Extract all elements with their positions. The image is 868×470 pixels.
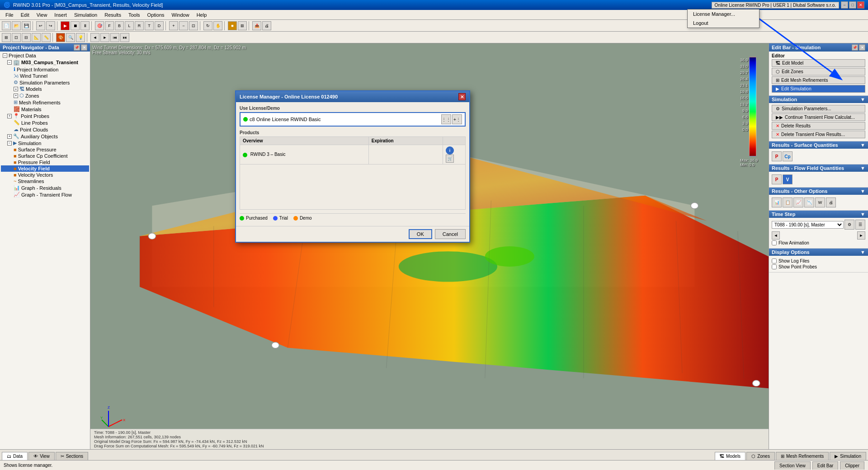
- products-col-actions: [443, 137, 466, 145]
- dialog-buttons: OK Cancel: [236, 226, 469, 242]
- demo-dot: [293, 216, 298, 221]
- license-manager-menu-item[interactable]: License Manager...: [688, 9, 759, 19]
- use-license-label: Use License/Demo: [240, 106, 466, 111]
- license-edit-btn[interactable]: ⋮⋮: [441, 114, 451, 124]
- products-section: Products Overview Expiration: [240, 130, 466, 210]
- cancel-button[interactable]: Cancel: [435, 229, 466, 239]
- dialog-title-text: License Manager - Online License 012490: [240, 94, 338, 99]
- purchased-dot: [240, 216, 244, 221]
- dialog-title-bar: License Manager - Online License 012490 …: [236, 91, 469, 102]
- license-status-dot: [243, 117, 248, 122]
- license-action-btns: ⋮⋮ +⋮: [441, 114, 462, 124]
- product-actions: i 🛒: [443, 145, 466, 164]
- license-row: c8 Online License RWIND Basic ⋮⋮ +⋮: [240, 112, 466, 127]
- products-table: Overview Expiration RWIND 3 – Basic: [240, 136, 466, 210]
- legend-purchased: Purchased: [240, 216, 268, 221]
- product-expiration: [368, 145, 443, 164]
- dialog-close-btn[interactable]: ✕: [458, 93, 466, 100]
- trial-dot: [273, 216, 278, 221]
- license-manager-dialog: License Manager - Online License 012490 …: [235, 90, 470, 243]
- dialog-overlay: License Manager - Online License 012490 …: [0, 0, 868, 470]
- products-col-expiration: Expiration: [368, 137, 443, 145]
- product-info-btn[interactable]: i: [446, 146, 454, 155]
- legend-trial: Trial: [273, 216, 288, 221]
- legend-row: Purchased Trial Demo: [240, 213, 466, 222]
- trial-label: Trial: [279, 216, 288, 221]
- products-empty-row: [240, 164, 466, 210]
- dropdown-menu: License Manager... Logout: [687, 9, 760, 28]
- purchased-label: Purchased: [246, 216, 268, 221]
- dialog-body: Use License/Demo c8 Online License RWIND…: [236, 102, 469, 226]
- logout-menu-item[interactable]: Logout: [688, 19, 759, 28]
- ok-button[interactable]: OK: [409, 229, 432, 239]
- product-name: RWIND 3 – Basic: [240, 145, 369, 164]
- products-label: Products: [240, 130, 466, 135]
- product-cart-btn[interactable]: 🛒: [446, 155, 454, 163]
- legend-demo: Demo: [293, 216, 312, 221]
- demo-label: Demo: [300, 216, 312, 221]
- license-option-text: c8 Online License RWIND Basic: [250, 117, 439, 122]
- product-row: RWIND 3 – Basic i 🛒: [240, 145, 466, 164]
- products-empty-cell: [240, 164, 466, 210]
- product-status-dot: [243, 153, 247, 157]
- products-col-overview: Overview: [240, 137, 369, 145]
- license-add-btn[interactable]: +⋮: [452, 114, 462, 124]
